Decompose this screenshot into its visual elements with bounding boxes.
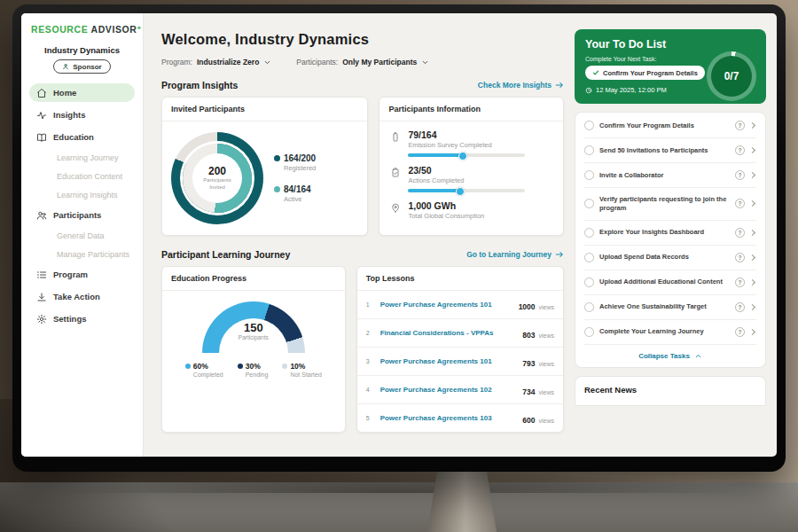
program-filter-label: Program:: [161, 58, 192, 66]
sidebar-item-home[interactable]: Home: [29, 83, 135, 102]
info-stats: 79/164 Emission Survey Completed 23/50 A…: [379, 121, 563, 228]
sponsor-badge[interactable]: Sponsor: [53, 59, 110, 74]
task-checkbox[interactable]: [584, 278, 594, 287]
education-gauge-center: 150 Participants: [202, 321, 305, 340]
home-icon: [36, 88, 47, 98]
legend-value: 84/164: [284, 184, 311, 194]
task-label: Upload Spend Data Records: [599, 253, 730, 262]
help-icon[interactable]: [735, 199, 745, 208]
task-label: Explore Your Insights Dashboard: [599, 228, 730, 237]
task-achieve-one-sustainability-target[interactable]: Achieve One Sustainability Target: [584, 295, 756, 320]
sidebar-item-insights[interactable]: Insights: [29, 106, 135, 124]
task-checkbox[interactable]: [584, 121, 594, 130]
lesson-row[interactable]: 1 Power Purchase Agreements 101 1000 vie…: [357, 291, 563, 319]
sidebar-item-manage-participants[interactable]: Manage Participants: [29, 246, 135, 262]
collapse-tasks-button[interactable]: Collapse Tasks: [584, 345, 756, 364]
help-icon[interactable]: [735, 145, 745, 155]
task-verify-participants-requesting-to-join-the-program[interactable]: Verify participants requesting to join t…: [584, 188, 756, 221]
sidebar-item-education-content[interactable]: Education Content: [29, 168, 135, 184]
lesson-title-link[interactable]: Power Purchase Agreements 101: [380, 357, 517, 365]
lesson-title-link[interactable]: Power Purchase Agreements 102: [380, 386, 517, 394]
help-icon[interactable]: [735, 121, 745, 130]
clipboard-icon: [390, 166, 401, 177]
lesson-row[interactable]: 2 Financial Considerations - VPPAs 803 v…: [357, 319, 563, 348]
sidebar-item-learning-journey[interactable]: Learning Journey: [29, 150, 135, 165]
help-icon[interactable]: [735, 327, 745, 337]
sidebar-item-settings[interactable]: Settings: [29, 309, 135, 328]
task-upload-spend-data-records[interactable]: Upload Spend Data Records: [584, 246, 756, 270]
sidebar-item-label: Education: [53, 132, 94, 142]
task-checkbox[interactable]: [584, 228, 594, 238]
lesson-row[interactable]: 3 Power Purchase Agreements 101 793 view…: [357, 348, 563, 376]
task-send-50-invitations-to-participants[interactable]: Send 50 Invitations to Participants: [584, 138, 756, 163]
help-icon[interactable]: [735, 278, 745, 287]
task-checkbox[interactable]: [584, 145, 594, 155]
sidebar-item-participants[interactable]: Participants: [29, 206, 135, 224]
lesson-rank: 3: [366, 358, 374, 364]
monitor-stand: [427, 472, 497, 532]
stat-value: 1,000 GWh: [408, 200, 484, 211]
task-checkbox[interactable]: [584, 253, 594, 262]
help-icon[interactable]: [735, 302, 745, 312]
help-icon[interactable]: [735, 170, 745, 180]
check-more-insights-link[interactable]: Check More Insights: [478, 81, 564, 90]
lesson-row[interactable]: 4 Power Purchase Agreements 102 734 view…: [357, 376, 563, 404]
collapse-tasks-label: Collapse Tasks: [638, 352, 690, 360]
legend-value: 30%: [246, 362, 261, 371]
sidebar-item-label: Home: [53, 88, 76, 98]
task-checkbox[interactable]: [584, 302, 594, 312]
task-confirm-your-program-details[interactable]: Confirm Your Program Details: [584, 113, 756, 138]
task-checkbox[interactable]: [584, 170, 594, 180]
sidebar-item-education[interactable]: Education: [29, 128, 135, 146]
stat-progress-bar: [408, 189, 525, 192]
sponsor-badge-label: Sponsor: [73, 63, 101, 71]
help-icon[interactable]: [735, 253, 745, 262]
participants-filter[interactable]: Participants: Only My Participants: [296, 58, 429, 66]
next-task-pill[interactable]: Confirm Your Program Details: [585, 66, 705, 80]
chevron-up-icon: [694, 352, 702, 360]
program-filter[interactable]: Program: Industrialize Zero: [161, 58, 271, 66]
lesson-title-link[interactable]: Power Purchase Agreements 101: [380, 301, 512, 309]
todo-progress-text: 0/7: [724, 70, 739, 82]
task-complete-your-learning-journey[interactable]: Complete Your Learning Journey: [584, 320, 756, 345]
stat-label: Actions Completed: [408, 176, 525, 184]
task-invite-a-collaborator[interactable]: Invite a Collaborator: [584, 163, 756, 188]
sidebar-item-take-action[interactable]: Take Action: [29, 287, 135, 306]
task-checkbox[interactable]: [584, 199, 594, 208]
program-insights-title: Program Insights: [161, 80, 238, 90]
sidebar-item-general-data[interactable]: General Data: [29, 228, 135, 243]
lesson-views-unit: views: [537, 389, 554, 395]
program-filter-value: Industrialize Zero: [197, 58, 259, 66]
sidebar-item-learning-insights[interactable]: Learning Insights: [29, 187, 135, 202]
legend-dot-icon: [238, 364, 243, 369]
todo-summary-card: Your To Do List Complete Your Next Task:…: [575, 29, 766, 104]
next-task-label: Confirm Your Program Details: [603, 69, 698, 77]
lesson-row[interactable]: 5 Power Purchase Agreements 103 600 view…: [357, 404, 563, 432]
lessons-list: 1 Power Purchase Agreements 101 1000 vie…: [357, 291, 563, 432]
gauge-legend-top: 30%: [238, 362, 269, 371]
donut-legend-top: 84/164: [274, 184, 316, 194]
go-to-learning-journey-link[interactable]: Go to Learning Journey: [466, 250, 564, 259]
task-upload-additional-educational-content[interactable]: Upload Additional Educational Content: [584, 270, 756, 295]
stat-progress-fill: [408, 189, 462, 192]
education-icon: [36, 132, 47, 143]
lesson-title-link[interactable]: Power Purchase Agreements 103: [380, 414, 517, 422]
recent-news-header[interactable]: Recent News: [575, 376, 766, 406]
lesson-title-link[interactable]: Financial Considerations - VPPAs: [380, 329, 517, 337]
stat-label: Total Global Consumption: [408, 212, 484, 220]
task-checkbox[interactable]: [584, 327, 594, 337]
sidebar-item-label: Settings: [53, 314, 86, 324]
lesson-views-count: 793: [522, 359, 535, 368]
legend-label: Registered: [284, 164, 316, 172]
insights-icon: [36, 110, 47, 121]
participants-information-card: Participants Information 79/164 Emission…: [379, 97, 564, 236]
logo-primary: RESOURCE: [31, 24, 88, 35]
legend-label: Completed: [193, 372, 223, 378]
check-more-insights-label: Check More Insights: [478, 81, 552, 90]
task-explore-your-insights-dashboard[interactable]: Explore Your Insights Dashboard: [584, 221, 756, 246]
help-icon[interactable]: [735, 228, 745, 238]
legend-label: Not Started: [290, 372, 321, 378]
lesson-views-unit: views: [537, 361, 554, 367]
sidebar-item-program[interactable]: Program: [29, 265, 135, 284]
legend-value: 10%: [290, 362, 305, 371]
